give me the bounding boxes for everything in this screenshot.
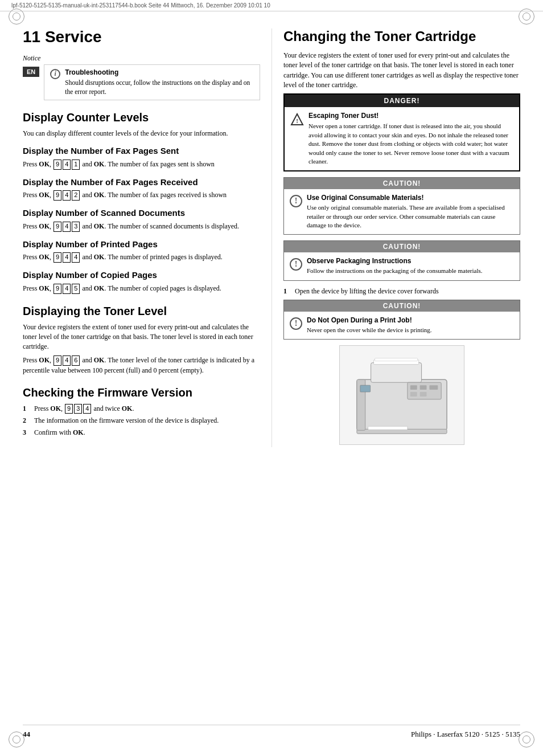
fax-received-key-9: 9: [54, 190, 61, 201]
scanned-text1: Press: [23, 222, 39, 230]
fax-sent-key-4: 4: [63, 160, 71, 170]
firmware-step1-content: Press OK, 934 and twice OK.: [34, 404, 134, 414]
caution3-content: ! Do Not Open During a Print Job! Never …: [284, 312, 520, 339]
fax-received-key-2: 2: [72, 190, 80, 201]
fw-s1-ok1: OK: [50, 404, 61, 412]
caution1-text: Use Original Consumable Materials! Use o…: [307, 194, 514, 230]
fax-received-ok1: OK: [39, 191, 50, 199]
page-wrapper: lpf-5120-5125-5135-manual-uk-int-2531175…: [0, 0, 543, 756]
fax-received-text2: . The number of fax pages received is sh…: [104, 191, 227, 199]
fax-sent-ok2: OK: [94, 160, 105, 168]
printed-key-4: 4: [63, 252, 71, 263]
notice-content: i Troubleshooting Should disruptions occ…: [44, 64, 260, 100]
caution1-icon: !: [290, 195, 302, 207]
scanned-ok1: OK: [39, 222, 50, 230]
notice-inner: i Troubleshooting Should disruptions occ…: [50, 68, 254, 96]
caution3-body: Never open the cover while the device is…: [307, 326, 432, 334]
troubleshooting-text: Should disruptions occur, follow the ins…: [65, 78, 254, 96]
scanned-key-3: 3: [72, 222, 80, 232]
scanned-key-4: 4: [63, 222, 71, 232]
toner-level-intro: Your device registers the extent of tone…: [23, 322, 260, 352]
svg-rect-10: [410, 392, 417, 397]
caution1-title: Use Original Consumable Materials!: [307, 194, 514, 202]
toner-level-ok2: OK: [94, 356, 105, 364]
firmware-steps: 1 Press OK, 934 and twice OK. 2 The info…: [23, 404, 260, 438]
fw-s3-end: .: [84, 428, 85, 436]
fax-received-title: Display the Number of Fax Pages Received: [23, 177, 260, 188]
danger-body: Never open a toner cartridge. If toner d…: [308, 122, 513, 166]
right-column: Changing the Toner Cartridge Your device…: [272, 28, 520, 447]
page-footer: 44 Philips · Laserfax 5120 · 5125 · 5135: [23, 725, 520, 739]
printer-image: [339, 345, 464, 445]
right-step1: 1 Open the device by lifting the device …: [283, 287, 520, 296]
danger-title: Escaping Toner Dust!: [308, 112, 513, 120]
scanned-and: and: [80, 222, 93, 230]
notice-text-block: Troubleshooting Should disruptions occur…: [65, 68, 254, 96]
caution3-box: CAUTION! ! Do Not Open During a Print Jo…: [283, 300, 520, 340]
notice-box: EN i Troubleshooting Should disruptions …: [23, 64, 260, 100]
copied-ok2: OK: [94, 284, 105, 292]
scanned-ok2: OK: [94, 222, 105, 230]
toner-level-key-9: 9: [54, 355, 61, 366]
fax-received-text1: Press: [23, 191, 39, 199]
caution1-header: CAUTION!: [284, 178, 520, 189]
caution2-header: CAUTION!: [284, 241, 520, 252]
fax-sent-comma: ,: [50, 160, 53, 168]
caution2-icon: !: [290, 258, 302, 271]
fax-sent-key-1: 1: [72, 160, 80, 170]
copied-comma: ,: [50, 284, 53, 292]
printed-text1: Press: [23, 253, 39, 261]
fax-received-key-4: 4: [63, 190, 71, 201]
corner-circle-inner-br: [523, 735, 530, 743]
firmware-step1: 1 Press OK, 934 and twice OK.: [23, 404, 260, 414]
firmware-step2: 2 The information on the firmware versio…: [23, 416, 260, 426]
footer-page-number: 44: [23, 730, 30, 739]
scanned-key-9: 9: [54, 222, 61, 232]
right-step1-num: 1: [283, 287, 291, 296]
firmware-step3-content: Confirm with OK.: [34, 428, 85, 438]
content-area: 11 Service Notice EN i Troubleshooting S…: [0, 11, 543, 470]
copied-and: and: [80, 284, 93, 292]
svg-rect-8: [420, 385, 427, 390]
display-counter-title: Display Counter Levels: [23, 111, 260, 124]
copied-ok1: OK: [39, 284, 50, 292]
firmware-step3: 3 Confirm with OK.: [23, 428, 260, 438]
toner-level-text1: Press: [23, 356, 39, 364]
svg-rect-15: [360, 385, 371, 392]
fw-s1-t1: Press: [34, 404, 50, 412]
fw-s1-and: and twice: [92, 404, 121, 412]
caution3-icon: !: [290, 317, 302, 330]
copied-key-5: 5: [72, 284, 80, 294]
caution3-text: Do Not Open During a Print Job! Never op…: [307, 316, 432, 334]
svg-rect-5: [375, 358, 418, 361]
right-steps: 1 Open the device by lifting the device …: [283, 287, 520, 296]
notice-label-text: Notice: [23, 54, 260, 63]
copied-text2: . The number of copied pages is displaye…: [104, 284, 221, 292]
svg-rect-6: [408, 382, 441, 399]
danger-header: DANGER!: [285, 95, 519, 107]
caution2-text: Observe Packaging Instructions Follow th…: [307, 257, 483, 275]
danger-content: ! Escaping Toner Dust! Never open a tone…: [285, 107, 519, 170]
chapter-title: 11 Service: [23, 28, 260, 46]
caution1-content: ! Use Original Consumable Materials! Use…: [284, 189, 520, 234]
notice-label: Notice: [23, 54, 260, 63]
warning-triangle-icon: !: [290, 113, 304, 126]
fax-received-comma: ,: [50, 191, 53, 199]
fax-received-ok2: OK: [94, 191, 105, 199]
copied-title: Display Number of Copied Pages: [23, 269, 260, 281]
fax-sent-ok1: OK: [39, 160, 50, 168]
firmware-step2-num: 2: [23, 416, 31, 426]
caution2-content: ! Observe Packaging Instructions Follow …: [284, 252, 520, 280]
top-bar-text: lpf-5120-5125-5135-manual-uk-int-2531175…: [11, 2, 270, 9]
fw-s1-ok2: OK: [122, 404, 133, 412]
fax-received-para: Press OK, 942 and OK. The number of fax …: [23, 190, 260, 201]
printed-key-9: 9: [54, 252, 61, 263]
firmware-step1-num: 1: [23, 404, 31, 414]
caution2-title: Observe Packaging Instructions: [307, 257, 483, 265]
caution1-body: Use only original consumable materials. …: [307, 203, 514, 230]
fw-s1-end: .: [132, 404, 134, 412]
toner-level-ok1: OK: [39, 356, 50, 364]
printed-para: Press OK, 944 and OK. The number of prin…: [23, 252, 260, 263]
printed-and: and: [80, 253, 93, 261]
firmware-title: Checking the Firmware Version: [23, 386, 260, 399]
